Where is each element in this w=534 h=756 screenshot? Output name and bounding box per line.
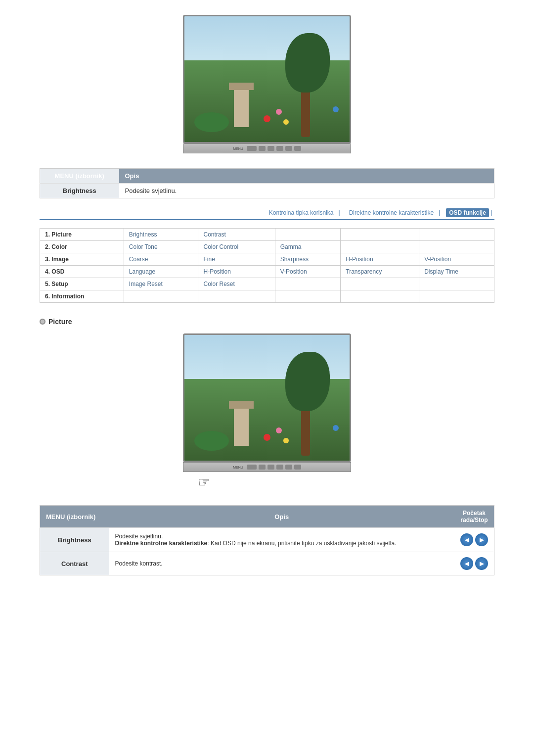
osd-sub-brightness[interactable]: Brightness (124, 229, 198, 241)
osd-empty-5c (419, 278, 494, 290)
monitor-btn-power-2[interactable] (294, 465, 301, 470)
osd-sub-sharpness[interactable]: Sharpness (275, 253, 341, 266)
bottom-table-col1-header: MENU (izbornik) (40, 506, 109, 528)
decorative-ball-blue (333, 106, 339, 112)
osd-sub-vposition-4[interactable]: V-Position (275, 266, 341, 278)
osd-empty-5b (341, 278, 419, 290)
tab-direktne[interactable]: Direktne kontrolne karakteristike (346, 208, 437, 217)
monitor-wrapper-2: MENU ☞ (183, 333, 351, 490)
osd-sub-imagereset[interactable]: Image Reset (124, 278, 198, 290)
decorative-ball-red-2 (264, 434, 270, 441)
bush-2 (194, 431, 229, 451)
brightness-decrease-btn[interactable]: ◀ (460, 533, 473, 546)
picture-heading-text: Picture (48, 318, 72, 326)
osd-row-3: 3. Image Coarse Fine Sharpness H-Positio… (40, 253, 494, 266)
brightness-arrow-buttons: ◀ ▶ (460, 533, 488, 546)
osd-menu-3: 3. Image (40, 253, 124, 266)
bottom-desc-brightness: Podesite svjetlinu. Direktne kontrolne k… (109, 528, 455, 552)
bush (194, 112, 229, 132)
monitor-controls-2: MENU (233, 465, 301, 470)
osd-menu-1: 1. Picture (40, 229, 124, 241)
nav-sep-1: | (339, 209, 340, 216)
osd-row-4: 4. OSD Language H-Position V-Position Tr… (40, 266, 494, 278)
osd-empty-2a (341, 241, 419, 253)
osd-row-6: 6. Information (40, 290, 494, 303)
osd-empty-6e (419, 290, 494, 303)
monitor-btn-source-2[interactable] (276, 465, 283, 470)
menu-label: MENU (233, 147, 243, 150)
nav-tabs: Kontrolna tipka korisnika | Direktne kon… (40, 208, 494, 220)
monitor-btn-brightness-2[interactable] (247, 465, 257, 470)
contrast-decrease-btn[interactable]: ◀ (460, 557, 473, 570)
osd-sub-gamma[interactable]: Gamma (275, 241, 341, 253)
monitor-btn-updown-2[interactable] (259, 465, 266, 470)
monitor-screen-1 (183, 15, 351, 143)
monitor-screen-inner-1 (184, 16, 350, 142)
osd-sub-vposition-3[interactable]: V-Position (419, 253, 494, 266)
monitor-btn-power[interactable] (294, 146, 301, 151)
bottom-start-contrast: ◀ ▶ (454, 552, 494, 575)
tab-kontrolna[interactable]: Kontrolna tipka korisnika (266, 208, 337, 217)
brightness-increase-btn[interactable]: ▶ (475, 533, 488, 546)
osd-sub-coarse[interactable]: Coarse (124, 253, 198, 266)
osd-sub-transparency[interactable]: Transparency (341, 266, 419, 278)
brightness-table-1: MENU (izbornik) Opis Brightness Podesite… (40, 168, 494, 198)
nav-sep-3: | (491, 209, 492, 216)
monitor-bezel-2: MENU (183, 462, 351, 472)
osd-menu-2: 2. Color (40, 241, 124, 253)
monitor-btn-source[interactable] (276, 146, 283, 151)
decorative-ball-red (264, 115, 270, 122)
bottom-table-col2-header: Opis (109, 506, 455, 528)
osd-sub-fine[interactable]: Fine (198, 253, 275, 266)
monitor-screen-2 (183, 333, 351, 462)
decorative-ball-blue-2 (333, 425, 339, 431)
osd-sub-hposition-3[interactable]: H-Position (341, 253, 419, 266)
bottom-table-col3-header: Početak rada/Stop (454, 506, 494, 528)
osd-sub-colortone[interactable]: Color Tone (124, 241, 198, 253)
osd-sub-hposition-4[interactable]: H-Position (198, 266, 275, 278)
osd-empty-1c (419, 229, 494, 241)
bottom-menu-contrast: Contrast (40, 552, 109, 575)
table1-col2-header: Opis (119, 169, 494, 184)
monitor-btn-auto-2[interactable] (285, 465, 292, 470)
osd-menu-5: 5. Setup (40, 278, 124, 290)
tab-osd[interactable]: OSD funkcije (446, 208, 489, 217)
menu-label-2: MENU (233, 466, 243, 469)
bottom-start-brightness: ◀ ▶ (454, 528, 494, 552)
bottom-row-contrast: Contrast Podesite kontrast. ◀ ▶ (40, 552, 494, 575)
decorative-ball-yellow-2 (283, 438, 289, 443)
bottom-table: MENU (izbornik) Opis Početak rada/Stop B… (40, 505, 494, 575)
monitor-wrapper-1: MENU (183, 15, 351, 153)
tree-top (285, 33, 330, 93)
decorative-ball-pink (276, 109, 282, 115)
bottom-desc-contrast: Podesite kontrast. (109, 552, 455, 575)
monitor-btn-leftright-2[interactable] (267, 465, 274, 470)
tree-top-2 (285, 352, 330, 411)
circle-icon (40, 319, 45, 325)
monitor-btn-leftright[interactable] (267, 146, 274, 151)
table1-col1-header: MENU (izbornik) (40, 169, 119, 184)
osd-sub-language[interactable]: Language (124, 266, 198, 278)
osd-row-5: 5. Setup Image Reset Color Reset (40, 278, 494, 290)
osd-empty-6a (124, 290, 198, 303)
brightness-desc-line1: Podesite svjetlinu. (115, 533, 163, 540)
osd-sub-colorcontrol[interactable]: Color Control (198, 241, 275, 253)
hand-cursor-icon: ☞ (198, 474, 351, 490)
brightness-desc-line2-bold: Direktne kontrolne karakteristike (115, 540, 208, 547)
monitor-btn-auto[interactable] (285, 146, 292, 151)
monitor-controls-1: MENU (233, 146, 301, 151)
monitor-btn-updown[interactable] (259, 146, 266, 151)
brightness-desc-line2-suffix: : Kad OSD nije na ekranu, pritisnite tip… (207, 540, 396, 547)
pagoda (234, 88, 249, 127)
monitor-section-1: MENU (40, 15, 494, 153)
osd-sub-colorreset[interactable]: Color Reset (198, 278, 275, 290)
osd-menu-4: 4. OSD (40, 266, 124, 278)
osd-empty-5a (275, 278, 341, 290)
monitor-section-2: MENU ☞ (40, 333, 494, 490)
table1-row1-menu: Brightness (40, 184, 119, 198)
osd-sub-displaytime[interactable]: Display Time (419, 266, 494, 278)
osd-sub-contrast[interactable]: Contrast (198, 229, 275, 241)
contrast-increase-btn[interactable]: ▶ (475, 557, 488, 570)
monitor-btn-brightness[interactable] (247, 146, 257, 151)
monitor-screen-inner-2 (184, 335, 350, 461)
